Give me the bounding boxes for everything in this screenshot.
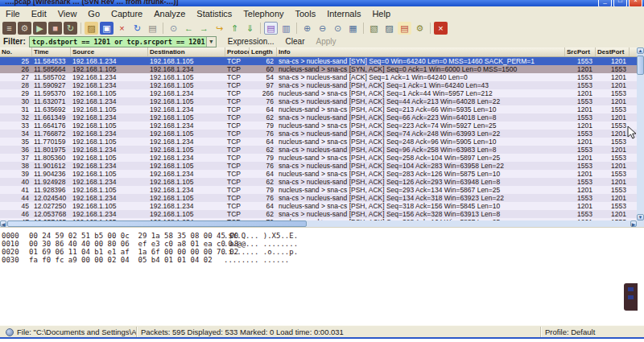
column-header-len[interactable]: Length — [250, 47, 277, 56]
open-file-icon[interactable]: ▨ — [85, 22, 98, 35]
find-packet-icon[interactable]: ⊙ — [167, 22, 180, 35]
zoom-out-icon[interactable]: ⊖ — [316, 22, 329, 35]
packet-row-41[interactable]: 4111.928396192.168.1.105192.168.1.234TCP… — [0, 186, 637, 194]
resize-columns-icon[interactable]: ▦ — [346, 22, 360, 35]
cell-len: 76 — [250, 194, 277, 202]
status-profile-section[interactable]: Profile: Default — [541, 327, 644, 337]
go-back-icon[interactable]: ← — [182, 22, 196, 35]
horizontal-scroll-thumb[interactable] — [7, 220, 307, 227]
menu-analyze[interactable]: Analyze — [148, 6, 191, 20]
close-button[interactable]: × — [629, 0, 642, 6]
capture-stop-icon[interactable]: ■ — [48, 22, 62, 35]
packet-row-36[interactable]: 3611.801975192.168.1.234192.168.1.105TCP… — [0, 146, 637, 154]
save-file-icon[interactable]: ▣ — [100, 22, 114, 35]
clear-button[interactable]: Clear — [286, 37, 305, 46]
capture-filter-icon[interactable]: ▧ — [367, 22, 381, 35]
cell-info: nucleus-sand > sna-cs [PSH, ACK] Seq=223… — [277, 122, 565, 130]
packet-row-28[interactable]: 2811.590927192.168.1.234192.168.1.105TCP… — [0, 81, 637, 89]
expert-info-icon[interactable] — [6, 328, 14, 336]
menu-go[interactable]: Go — [82, 6, 105, 20]
capture-start-icon[interactable]: ▶ — [33, 22, 47, 35]
menu-telephony[interactable]: Telephony — [237, 6, 289, 20]
packet-row-40[interactable]: 4011.924928192.168.1.234192.168.1.105TCP… — [0, 178, 637, 186]
capture-restart-icon[interactable]: ↻ — [64, 22, 77, 35]
menu-edit[interactable]: Edit — [26, 6, 52, 20]
auto-scroll-icon[interactable]: ▥ — [279, 22, 293, 35]
menu-internals[interactable]: Internals — [321, 6, 366, 20]
packet-row-39[interactable]: 3911.904236192.168.1.105192.168.1.234TCP… — [0, 170, 637, 178]
print-icon[interactable]: ▤ — [146, 22, 159, 35]
hex-line-0030[interactable]: 0030fa f0 fc a9 00 00 02 04 05 b4 01 01 … — [0, 256, 644, 264]
packet-row-46[interactable]: 4612.053768192.168.1.234192.168.1.105TCP… — [0, 210, 637, 218]
reload-icon[interactable]: ↻ — [130, 22, 144, 35]
hex-line-0020[interactable]: 002001 69 06 11 04 b1 e1 af 1a 6f 00 00 … — [0, 248, 644, 256]
status-file-section[interactable]: File: "C:\Documents and Settings\Adminis… — [0, 327, 137, 337]
minimize-button[interactable]: _ — [598, 0, 612, 6]
menu-tools[interactable]: Tools — [290, 6, 322, 20]
filter-dropdown-icon[interactable]: ▼ — [206, 37, 216, 47]
cell-time: 11.635692 — [32, 105, 71, 113]
preferences-icon[interactable]: ⚙ — [413, 22, 427, 35]
column-header-proto[interactable]: Protocol — [225, 47, 250, 56]
packet-row-25[interactable]: 2511.584533192.168.1.234192.168.1.105TCP… — [0, 57, 637, 65]
expression-button[interactable]: Expression... — [228, 37, 275, 46]
main-toolbar: ≡⚙▶■↻▨▣×↻▤⊙←→↪⇑⇓▤▥⊕⊖⊙▦▧▨▤⚙× — [0, 20, 644, 35]
packet-row-26[interactable]: 2611.585664192.168.1.105192.168.1.234TCP… — [0, 65, 637, 73]
cell-no: 37 — [0, 154, 32, 162]
hex-line-0000[interactable]: 000000 24 59 02 51 b5 00 0c 29 1a 58 35 … — [0, 232, 644, 240]
column-header-no[interactable]: No. — [0, 47, 32, 56]
go-to-packet-icon[interactable]: ↪ — [213, 22, 226, 35]
capture-options-icon[interactable]: ⚙ — [18, 22, 31, 35]
packet-row-32[interactable]: 3211.661349192.168.1.234192.168.1.105TCP… — [0, 113, 637, 122]
packet-list-pane: No.TimeSourceDestinationProtocolLengthIn… — [0, 47, 644, 227]
scroll-left-button[interactable]: ◀ — [0, 220, 6, 227]
column-header-time[interactable]: Time — [32, 47, 71, 56]
apply-button[interactable]: Apply — [316, 37, 336, 46]
packet-row-44[interactable]: 4412.024540192.168.1.234192.168.1.105TCP… — [0, 194, 637, 202]
menu-capture[interactable]: Capture — [105, 6, 148, 20]
horizontal-scrollbar[interactable]: ◀ ▶ — [0, 220, 637, 227]
coloring-rules-icon[interactable]: ▤ — [398, 22, 411, 35]
column-header-dstport[interactable]: DestPort — [596, 47, 630, 56]
scroll-up-button[interactable]: ▲ — [637, 47, 644, 54]
display-filter-icon[interactable]: ▨ — [382, 22, 396, 35]
zoom-100-icon[interactable]: ⊙ — [331, 22, 345, 35]
go-forward-icon[interactable]: → — [197, 22, 211, 35]
packet-row-38[interactable]: 3811.901612192.168.1.234192.168.1.105TCP… — [0, 162, 637, 170]
packet-row-33[interactable]: 3311.664176192.168.1.105192.168.1.234TCP… — [0, 122, 637, 130]
menu-view[interactable]: View — [52, 6, 83, 20]
toolbar-separator — [296, 23, 297, 34]
filter-input[interactable]: tcp.dstport == 1201 or tcp.srcport == 12… — [29, 36, 217, 47]
menu-statistics[interactable]: Statistics — [191, 6, 237, 20]
packet-bytes-pane[interactable]: 000000 24 59 02 51 b5 00 0c 29 1a 58 35 … — [0, 227, 644, 275]
hex-line-0010[interactable]: 001000 30 86 40 40 00 80 06 ef e3 c0 a8 … — [0, 240, 644, 248]
packet-row-29[interactable]: 2911.595370192.168.1.105192.168.1.234TCP… — [0, 89, 637, 97]
column-header-dst[interactable]: Destination — [148, 47, 225, 56]
go-to-bottom-icon[interactable]: ⇓ — [243, 22, 257, 35]
packet-row-27[interactable]: 2711.585702192.168.1.234192.168.1.105TCP… — [0, 73, 637, 81]
menu-file[interactable]: File — [0, 6, 26, 20]
packet-row-31[interactable]: 3111.635692192.168.1.105192.168.1.234TCP… — [0, 105, 637, 113]
packet-row-35[interactable]: 3511.770159192.168.1.105192.168.1.234TCP… — [0, 138, 637, 146]
vertical-scroll-thumb[interactable] — [637, 56, 644, 75]
interface-list-icon[interactable]: ≡ — [2, 22, 16, 35]
column-header-info[interactable]: Info — [277, 47, 565, 56]
go-to-top-icon[interactable]: ⇑ — [228, 22, 242, 35]
packet-row-37[interactable]: 3711.805360192.168.1.105192.168.1.234TCP… — [0, 154, 637, 162]
maximize-button[interactable]: □ — [613, 0, 627, 6]
column-header-src[interactable]: Source — [71, 47, 148, 56]
colorize-icon[interactable]: ▤ — [264, 22, 278, 35]
vertical-scrollbar[interactable]: ▲ ▼ — [637, 47, 644, 220]
column-header-srcport[interactable]: SrcPort — [565, 47, 596, 56]
cell-src: 192.168.1.105 — [71, 186, 148, 194]
packet-row-45[interactable]: 4512.027250192.168.1.105192.168.1.234TCP… — [0, 202, 637, 210]
hex-bytes: 00 30 86 40 40 00 80 06 ef e3 c0 a8 01 e… — [29, 240, 224, 248]
scroll-down-button[interactable]: ▼ — [637, 214, 644, 220]
packet-row-34[interactable]: 3411.766872192.168.1.234192.168.1.105TCP… — [0, 130, 637, 138]
zoom-in-icon[interactable]: ⊕ — [300, 22, 314, 35]
close-file-icon[interactable]: × — [115, 22, 129, 35]
scroll-right-button[interactable]: ▶ — [630, 220, 637, 227]
menu-help[interactable]: Help — [366, 6, 396, 20]
packet-row-30[interactable]: 3011.632071192.168.1.234192.168.1.105TCP… — [0, 97, 637, 105]
help-icon[interactable]: × — [434, 22, 448, 35]
